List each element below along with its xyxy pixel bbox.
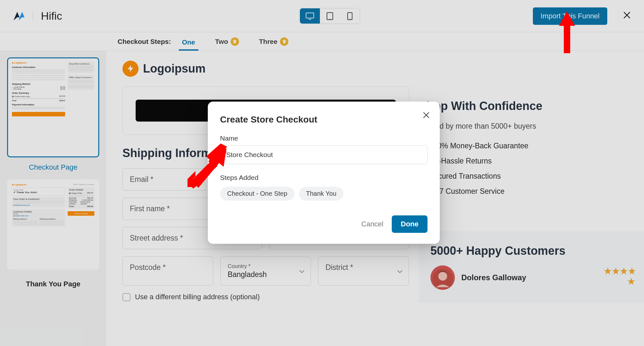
create-store-checkout-modal: Create Store Checkout Name Steps Added C… bbox=[208, 102, 440, 244]
chip-thankyou[interactable]: Thank You bbox=[299, 187, 344, 201]
chips: Checkout - One Step Thank You bbox=[220, 187, 428, 201]
close-icon[interactable] bbox=[422, 111, 430, 120]
modal-title: Create Store Checkout bbox=[220, 114, 428, 125]
cancel-button[interactable]: Cancel bbox=[361, 220, 383, 228]
done-button[interactable]: Done bbox=[392, 215, 428, 233]
steps-added-label: Steps Added bbox=[220, 174, 428, 182]
name-input[interactable] bbox=[220, 145, 428, 164]
modal-actions: Cancel Done bbox=[220, 215, 428, 233]
name-label: Name bbox=[220, 134, 428, 142]
chip-checkout[interactable]: Checkout - One Step bbox=[220, 187, 294, 201]
